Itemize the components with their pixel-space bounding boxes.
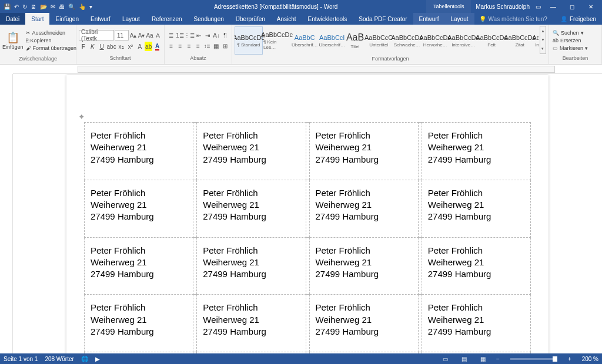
status-page[interactable]: Seite 1 von 1: [4, 356, 38, 362]
bullets-button[interactable]: ≣: [167, 31, 175, 40]
replace-button[interactable]: abErsetzen: [551, 37, 599, 44]
tab-ueberpruefen[interactable]: Überprüfen: [230, 13, 271, 25]
view-read-button[interactable]: ▭: [440, 356, 452, 362]
justify-button[interactable]: ≡: [194, 41, 202, 50]
mail-icon[interactable]: ✉: [51, 4, 55, 10]
user-name[interactable]: Markus Schraudolph: [476, 4, 530, 10]
zoom-level[interactable]: 200 %: [582, 356, 598, 362]
status-lang-icon[interactable]: 🌐: [81, 356, 88, 362]
label-cell[interactable]: Peter FröhlichWeiherweg 2127499 Hamburg: [422, 123, 530, 180]
zoom-out-button[interactable]: −: [496, 356, 500, 362]
style-tile[interactable]: AaBbCÜberschrif…: [291, 26, 318, 55]
find-button[interactable]: 🔍Suchen ▾: [551, 29, 599, 36]
view-web-button[interactable]: ▦: [477, 356, 489, 362]
label-cell[interactable]: Peter FröhlichWeiherweg 2127499 Hamburg: [309, 295, 418, 352]
copy-button[interactable]: ⎘Kopieren: [25, 37, 78, 44]
label-cell[interactable]: Peter FröhlichWeiherweg 2127499 Hamburg: [85, 237, 193, 295]
zoom-slider[interactable]: [510, 358, 557, 360]
label-cell[interactable]: Peter FröhlichWeiherweg 2127499 Hamburg: [85, 123, 193, 180]
styles-gallery[interactable]: AaBbCcDc¶ StandardAaBbCcDc¶ Kein Lee…AaB…: [235, 26, 539, 55]
tab-tt-entwurf[interactable]: Entwurf: [413, 13, 445, 25]
minimize-button[interactable]: —: [547, 4, 560, 10]
style-tile[interactable]: AaBbCcDcFett: [477, 26, 506, 55]
save-icon[interactable]: 💾: [4, 4, 11, 10]
share-button[interactable]: 👤 Freigeben: [554, 13, 602, 25]
view-print-button[interactable]: ▤: [459, 356, 470, 362]
style-tile[interactable]: AaBbCcDc¶ Standard: [235, 26, 263, 55]
tab-referenzen[interactable]: Referenzen: [146, 13, 188, 25]
ribbon-options-icon[interactable]: ▭: [536, 4, 541, 10]
indent-button[interactable]: ⇥: [203, 31, 212, 40]
label-cell[interactable]: Peter FröhlichWeiherweg 2127499 Hamburg: [197, 237, 306, 295]
label-cell[interactable]: Peter FröhlichWeiherweg 2127499 Hamburg: [309, 123, 418, 180]
style-tile[interactable]: AaBTitel: [346, 26, 364, 55]
font-size-combo[interactable]: 11: [115, 30, 129, 41]
strike-button[interactable]: abc: [107, 42, 116, 51]
multilevel-button[interactable]: ⋮≣: [185, 31, 194, 40]
italic-button[interactable]: K: [88, 42, 97, 51]
styles-scroll[interactable]: ▲▼▾: [540, 26, 546, 54]
borders-button[interactable]: ⊞: [221, 41, 229, 50]
line-spacing-button[interactable]: ↕≡: [203, 41, 211, 50]
tab-sendungen[interactable]: Sendungen: [188, 13, 230, 25]
format-painter-button[interactable]: 🖌Format übertragen: [25, 45, 78, 52]
superscript-button[interactable]: x²: [126, 42, 135, 51]
outdent-button[interactable]: ⇤: [195, 31, 203, 40]
label-cell[interactable]: Peter FröhlichWeiherweg 2127499 Hamburg: [422, 352, 530, 354]
label-cell[interactable]: Peter FröhlichWeiherweg 2127499 Hamburg: [422, 237, 530, 295]
tab-datei[interactable]: Datei: [0, 13, 25, 25]
qat-more-icon[interactable]: ▾: [89, 4, 92, 10]
label-cell[interactable]: Peter FröhlichWeiherweg 2127499 Hamburg: [309, 352, 418, 354]
label-cell[interactable]: Peter FröhlichWeiherweg 2127499 Hamburg: [85, 352, 193, 354]
tell-me[interactable]: 💡 Was möchten Sie tun?: [479, 13, 547, 25]
tab-entwicklertools[interactable]: Entwicklertools: [302, 13, 353, 25]
touch-icon[interactable]: 👆: [79, 4, 86, 10]
close-button[interactable]: ✕: [584, 4, 597, 10]
new-icon[interactable]: 🗎: [31, 4, 36, 10]
print-icon[interactable]: 🖶: [59, 4, 65, 10]
style-tile[interactable]: AaBbCcIÜberschrif…: [318, 26, 345, 55]
label-cell[interactable]: Peter FröhlichWeiherweg 2127499 Hamburg: [197, 295, 306, 352]
status-words[interactable]: 208 Wörter: [45, 356, 73, 362]
label-cell[interactable]: Peter FröhlichWeiherweg 2127499 Hamburg: [197, 123, 306, 180]
horizontal-ruler[interactable]: [13, 65, 602, 74]
pilcrow-button[interactable]: ¶: [221, 31, 229, 40]
style-tile[interactable]: AaBbCcDcZitat: [506, 26, 534, 55]
sort-button[interactable]: A↓: [212, 31, 220, 40]
underline-button[interactable]: U: [98, 42, 106, 51]
label-cell[interactable]: Peter FröhlichWeiherweg 2127499 Hamburg: [422, 295, 530, 352]
table-move-handle[interactable]: ✥: [79, 114, 84, 120]
cut-button[interactable]: ✂Ausschneiden: [25, 29, 78, 36]
tab-einfuegen[interactable]: Einfügen: [49, 13, 84, 25]
status-macro-icon[interactable]: ▶: [95, 356, 100, 362]
undo-icon[interactable]: ↶: [14, 4, 19, 10]
change-case-button[interactable]: Aa: [146, 31, 153, 40]
font-name-combo[interactable]: Calibri (Textk: [79, 30, 114, 41]
style-tile[interactable]: AaBbCcDcIntensives…: [534, 26, 539, 55]
tab-entwurf[interactable]: Entwurf: [85, 13, 116, 25]
tab-ansicht[interactable]: Ansicht: [271, 13, 302, 25]
label-cell[interactable]: Peter FröhlichWeiherweg 2127499 Hamburg: [309, 180, 418, 237]
subscript-button[interactable]: x₂: [117, 42, 126, 51]
paste-button[interactable]: 📋 Einfügen: [2, 26, 24, 55]
tab-soda-pdf[interactable]: Soda PDF Creator: [353, 13, 413, 25]
shrink-font-button[interactable]: A▾: [138, 31, 145, 40]
label-cell[interactable]: Peter FröhlichWeiherweg 2127499 Hamburg: [422, 180, 530, 237]
label-cell[interactable]: Peter FröhlichWeiherweg 2127499 Hamburg: [85, 295, 193, 352]
numbering-button[interactable]: 1≣: [176, 31, 184, 40]
text-effects-button[interactable]: A: [135, 42, 144, 51]
highlight-button[interactable]: ab: [145, 42, 152, 51]
clear-format-button[interactable]: A̶: [154, 31, 162, 40]
select-button[interactable]: ▭Markieren ▾: [551, 45, 599, 52]
vertical-ruler[interactable]: [0, 74, 13, 353]
label-cell[interactable]: Peter FröhlichWeiherweg 2127499 Hamburg: [85, 180, 193, 237]
redo-icon[interactable]: ↻: [22, 4, 27, 10]
maximize-button[interactable]: ◻: [566, 4, 578, 10]
style-tile[interactable]: AaBbCcDcSchwache…: [393, 26, 421, 55]
align-center-button[interactable]: ≡: [176, 41, 184, 50]
label-table[interactable]: Peter FröhlichWeiherweg 2127499 HamburgP…: [84, 122, 531, 353]
grow-font-button[interactable]: A▴: [129, 31, 137, 40]
page[interactable]: ✥ Peter FröhlichWeiherweg 2127499 Hambur…: [66, 75, 549, 353]
style-tile[interactable]: AaBbCcCUntertitel: [364, 26, 393, 55]
style-tile[interactable]: AaBbCcDcHervorhe…: [421, 26, 449, 55]
